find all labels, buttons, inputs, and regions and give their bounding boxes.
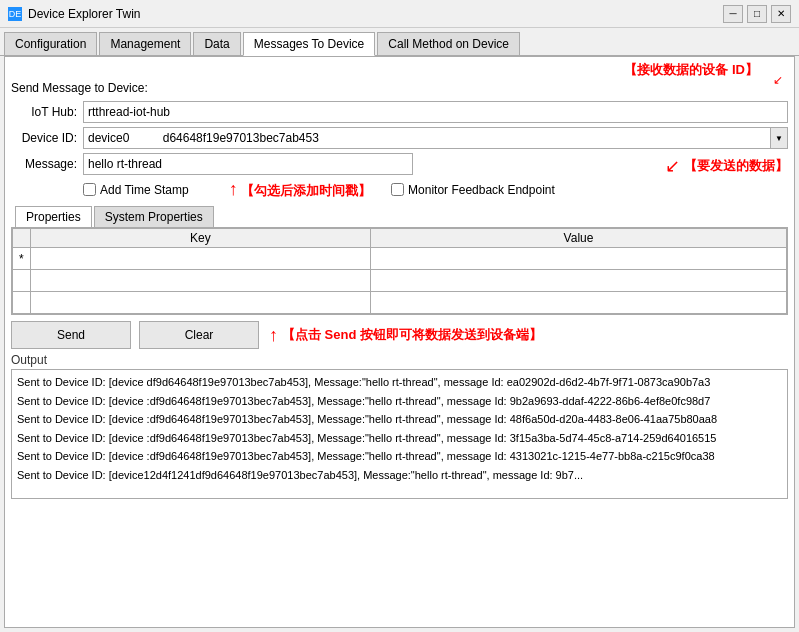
app-window: DE Device Explorer Twin ─ □ ✕ Configurat… [0, 0, 799, 632]
checkbox-timestamp[interactable] [83, 183, 96, 196]
title-bar: DE Device Explorer Twin ─ □ ✕ [0, 0, 799, 28]
output-line-1: Sent to Device ID: [device :df9d64648f19… [17, 392, 782, 411]
row-value-empty2[interactable] [371, 292, 787, 314]
output-label: Output [11, 353, 788, 367]
table-row: * [13, 248, 787, 270]
device-id-label: Device ID: [11, 131, 83, 145]
arrow-send: ↑ [269, 325, 278, 346]
send-annotation-container: ↑ 【点击 Send 按钮即可将数据发送到设备端】 [269, 325, 542, 346]
output-line-4: Sent to Device ID: [device :df9d64648f19… [17, 447, 782, 466]
checkbox-monitor[interactable] [391, 183, 404, 196]
timestamp-annotation-container: ↑ 【勾选后添加时间戳】 [229, 179, 371, 200]
annotation-arrow-device-id: ↙ [773, 73, 783, 87]
row-key-empty2[interactable] [30, 292, 370, 314]
button-row: Send Clear [11, 321, 259, 349]
annotation-timestamp: 【勾选后添加时间戳】 [241, 183, 371, 198]
data-annotation-container: ↙ 【要发送的数据】 [665, 155, 788, 177]
checkbox-monitor-label: Monitor Feedback Endpoint [408, 183, 555, 197]
arrow-timestamp: ↑ [229, 179, 238, 199]
title-bar-left: DE Device Explorer Twin [8, 7, 141, 21]
message-input[interactable] [83, 153, 413, 175]
tab-bar: Configuration Management Data Messages T… [0, 28, 799, 56]
maximize-button[interactable]: □ [747, 5, 767, 23]
output-line-5: Sent to Device ID: [device12d4f1241df9d6… [17, 466, 782, 485]
properties-table-container: Key Value * [11, 227, 788, 315]
tab-call-method[interactable]: Call Method on Device [377, 32, 520, 55]
row-marker-empty [13, 270, 31, 292]
row-key-empty[interactable] [30, 270, 370, 292]
arrow-data: ↙ [665, 155, 680, 177]
annotation-device-id: 【接收数据的设备 ID】 [624, 61, 758, 79]
iot-hub-row: IoT Hub: [11, 101, 788, 123]
checkbox-timestamp-item: Add Time Stamp [83, 183, 189, 197]
output-line-0: Sent to Device ID: [device df9d64648f19e… [17, 373, 782, 392]
row-value[interactable] [371, 248, 787, 270]
table-row-empty1 [13, 270, 787, 292]
section-label: Send Message to Device: [11, 81, 788, 95]
output-line-2: Sent to Device ID: [device :df9d64648f19… [17, 410, 782, 429]
row-marker-empty2 [13, 292, 31, 314]
app-icon: DE [8, 7, 22, 21]
title-bar-controls: ─ □ ✕ [723, 5, 791, 23]
row-value-empty[interactable] [371, 270, 787, 292]
main-content: 【接收数据的设备 ID】 ↙ Send Message to Device: I… [4, 56, 795, 628]
col-key: Key [30, 229, 370, 248]
iot-hub-input[interactable] [83, 101, 788, 123]
tab-management[interactable]: Management [99, 32, 191, 55]
device-id-input[interactable] [83, 127, 770, 149]
send-button[interactable]: Send [11, 321, 131, 349]
tab-messages-to-device[interactable]: Messages To Device [243, 32, 376, 56]
table-row-empty2 [13, 292, 787, 314]
output-line-3: Sent to Device ID: [device :df9d64648f19… [17, 429, 782, 448]
device-id-field-container: ▼ [83, 127, 788, 149]
clear-button[interactable]: Clear [139, 321, 259, 349]
output-area[interactable]: Sent to Device ID: [device df9d64648f19e… [11, 369, 788, 499]
close-button[interactable]: ✕ [771, 5, 791, 23]
properties-table: Key Value * [12, 228, 787, 314]
tab-data[interactable]: Data [193, 32, 240, 55]
inner-tab-bar: Properties System Properties [15, 206, 788, 227]
message-label: Message: [11, 157, 83, 171]
annotation-send: 【点击 Send 按钮即可将数据发送到设备端】 [282, 326, 542, 344]
message-section: Message: ↙ 【要发送的数据】 [11, 153, 788, 179]
button-annotation-row: Send Clear ↑ 【点击 Send 按钮即可将数据发送到设备端】 [11, 321, 788, 349]
device-id-dropdown[interactable]: ▼ [770, 127, 788, 149]
message-row: Message: [11, 153, 657, 175]
tab-properties[interactable]: Properties [15, 206, 92, 227]
annotation-data: 【要发送的数据】 [684, 157, 788, 175]
row-key[interactable] [30, 248, 370, 270]
row-marker: * [13, 248, 31, 270]
minimize-button[interactable]: ─ [723, 5, 743, 23]
checkbox-timestamp-label: Add Time Stamp [100, 183, 189, 197]
iot-hub-label: IoT Hub: [11, 105, 83, 119]
tab-configuration[interactable]: Configuration [4, 32, 97, 55]
window-title: Device Explorer Twin [28, 7, 141, 21]
col-marker [13, 229, 31, 248]
checkboxes-row: Add Time Stamp ↑ 【勾选后添加时间戳】 Monitor Feed… [83, 179, 788, 200]
tab-system-properties[interactable]: System Properties [94, 206, 214, 227]
col-value: Value [371, 229, 787, 248]
checkbox-monitor-item: Monitor Feedback Endpoint [391, 183, 555, 197]
device-id-row: Device ID: ▼ [11, 127, 788, 149]
